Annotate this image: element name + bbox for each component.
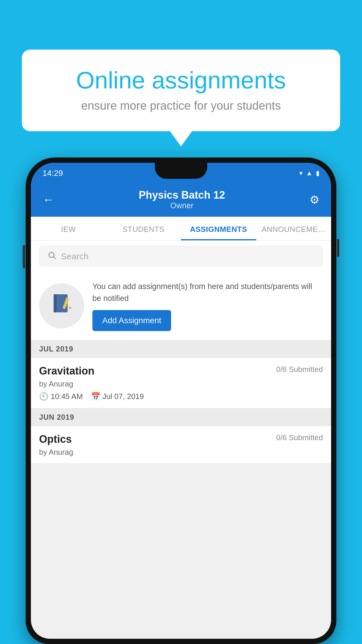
svg-line-1 [54, 257, 56, 259]
app-header: ← Physics Batch 12 Owner ⚙ [31, 184, 331, 217]
promo-icon-circle [39, 283, 84, 328]
svg-rect-3 [54, 294, 57, 312]
promo-description: You can add assignment(s) from here and … [92, 281, 323, 304]
signal-icon: ▲ [306, 169, 312, 177]
clock-icon: 🕙 [39, 392, 48, 401]
tab-announcements[interactable]: ANNOUNCEME… [256, 217, 331, 240]
status-time: 14:29 [43, 169, 63, 178]
notebook-icon [50, 292, 73, 320]
search-bar-container: Search [31, 241, 331, 272]
add-assignment-button[interactable]: Add Assignment [92, 310, 171, 331]
assignment-item-optics[interactable]: Optics 0/6 Submitted by Anurag [31, 426, 331, 463]
phone-screen: 14:29 ▾ ▲ ▮ ← Physics Batch 12 Owner ⚙ I… [31, 163, 331, 639]
promo-content: You can add assignment(s) from here and … [92, 281, 323, 331]
battery-icon: ▮ [316, 169, 319, 177]
batch-title: Physics Batch 12 [139, 189, 225, 201]
speech-bubble: Online assignments ensure more practice … [22, 50, 340, 131]
assignment-time: 🕙 10:45 AM [39, 392, 83, 401]
assignment-meta: 🕙 10:45 AM 📅 Jul 07, 2019 [39, 392, 323, 401]
section-header-jun: JUN 2019 [31, 408, 331, 426]
calendar-icon: 📅 [91, 392, 100, 401]
search-bar[interactable]: Search [39, 246, 323, 267]
assignment-by: by Anurag [39, 379, 323, 388]
section-header-jul: JUL 2019 [31, 340, 331, 358]
batch-role: Owner [139, 201, 225, 210]
tab-overview[interactable]: IEW [31, 217, 106, 240]
back-button[interactable]: ← [43, 193, 54, 206]
phone-frame: 14:29 ▾ ▲ ▮ ← Physics Batch 12 Owner ⚙ I… [26, 158, 336, 644]
tab-students[interactable]: STUDENTS [106, 217, 181, 240]
speech-bubble-title: Online assignments [42, 67, 320, 93]
speech-bubble-container: Online assignments ensure more practice … [22, 50, 340, 131]
submitted-count-optics: 0/6 Submitted [276, 433, 323, 442]
status-icons: ▾ ▲ ▮ [299, 169, 319, 177]
header-title-group: Physics Batch 12 Owner [139, 189, 225, 210]
svg-point-0 [49, 252, 54, 258]
status-bar: 14:29 ▾ ▲ ▮ [31, 163, 331, 184]
submitted-count: 0/6 Submitted [276, 365, 323, 374]
assignment-top-row-optics: Optics 0/6 Submitted [39, 433, 323, 445]
search-placeholder: Search [61, 251, 89, 261]
volume-button-left [23, 245, 25, 268]
tab-assignments[interactable]: ASSIGNMENTS [181, 217, 256, 240]
settings-button[interactable]: ⚙ [310, 193, 319, 206]
wifi-icon: ▾ [299, 169, 303, 177]
promo-card: You can add assignment(s) from here and … [31, 272, 331, 340]
assignment-top-row: Gravitation 0/6 Submitted [39, 365, 323, 377]
assignment-title: Gravitation [39, 365, 94, 377]
assignment-by-optics: by Anurag [39, 448, 323, 457]
speech-bubble-subtitle: ensure more practice for your students [42, 99, 320, 112]
assignment-date: 📅 Jul 07, 2019 [91, 392, 144, 401]
assignment-title-optics: Optics [39, 433, 72, 445]
power-button-right [337, 239, 339, 257]
search-icon [48, 251, 56, 262]
assignment-item-gravitation[interactable]: Gravitation 0/6 Submitted by Anurag 🕙 10… [31, 358, 331, 408]
tabs-bar: IEW STUDENTS ASSIGNMENTS ANNOUNCEME… [31, 217, 331, 241]
